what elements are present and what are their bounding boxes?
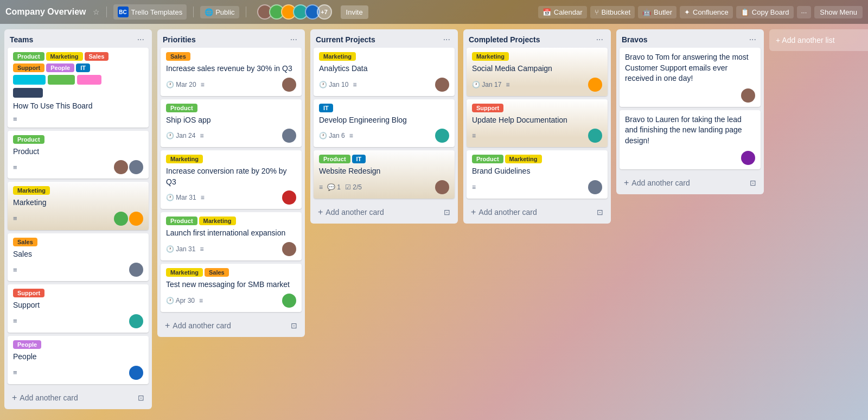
card-meta-left-cp1: 🕐 Jan 17 ≡	[472, 81, 509, 88]
card-completed-2[interactable]: Support Update Help Documentation ≡	[467, 99, 608, 148]
avatar-marketing2	[129, 212, 143, 226]
card-labels-product: Product	[13, 135, 143, 144]
card-title-cp3: Brand Guidelines	[472, 166, 602, 177]
label-it: IT	[76, 63, 90, 72]
board-title: Company Overview	[5, 7, 86, 17]
card-bravo-1[interactable]: Bravo to Tom for answering the most Cust…	[620, 48, 761, 107]
list-menu-bravos[interactable]: ···	[747, 34, 758, 46]
card-meta-p5: 🕐 Apr 30 ≡	[166, 294, 296, 308]
add-card-bravos[interactable]: + Add another card ⊡	[620, 175, 761, 191]
list-priorities: Priorities ··· Sales Increase sales reve…	[157, 29, 305, 337]
avatar-product1	[114, 160, 128, 174]
card-current-2[interactable]: IT Develop Engineering Blog 🕐 Jan 6 ≡	[314, 99, 455, 148]
card-avatars-marketing	[114, 212, 143, 226]
card-title-howtouse: How To Use This Board	[13, 101, 143, 112]
card-meta-left-p3: 🕐 Mar 31 ≡	[166, 194, 205, 201]
invite-button[interactable]: Invite	[341, 5, 368, 19]
avatar-p2	[282, 129, 296, 143]
calendar-tool[interactable]: 📅 Calendar	[538, 6, 587, 18]
date-p1: 🕐 Mar 20	[166, 81, 196, 88]
card-avatars-support	[129, 314, 143, 328]
list-body-priorities: Sales Increase sales revenue by 30% in Q…	[157, 48, 305, 315]
avatar-b2	[741, 151, 755, 165]
card-support[interactable]: Support Support ≡	[8, 284, 149, 333]
avatar-p4	[282, 242, 296, 256]
card-title-b2: Bravo to Lauren for taking the lead and …	[625, 114, 755, 147]
list-menu-teams[interactable]: ···	[135, 34, 146, 46]
star-icon[interactable]: ☆	[93, 8, 100, 16]
card-labels-c3: Product IT	[319, 155, 449, 163]
card-priority-1[interactable]: Sales Increase sales revenue by 30% in Q…	[161, 48, 302, 96]
workspace-badge[interactable]: BC Trello Templates	[113, 4, 187, 20]
label-cp3-product: Product	[472, 155, 503, 163]
plus-icon3: +	[318, 207, 323, 217]
show-menu-button[interactable]: Show Menu	[814, 6, 863, 18]
card-meta-cp1: 🕐 Jan 17 ≡	[472, 78, 602, 92]
add-list-button[interactable]: + Add another list	[769, 29, 868, 51]
card-meta-marketing: ≡	[13, 212, 143, 226]
add-card-priorities[interactable]: + Add another card ⊡	[161, 317, 302, 334]
bitbucket-tool[interactable]: ⑂ Bitbucket	[590, 6, 635, 18]
card-product[interactable]: Product Product ≡	[8, 131, 149, 179]
label-p4-marketing: Marketing	[199, 217, 236, 225]
card-bravo-2[interactable]: Bravo to Lauren for taking the lead and …	[620, 110, 761, 169]
list-body-completed: Marketing Social Media Campaign 🕐 Jan 17…	[463, 48, 611, 202]
label-c3-it: IT	[352, 155, 366, 163]
label-people: People	[46, 63, 74, 72]
list-menu-current[interactable]: ···	[441, 34, 452, 46]
list-body-current: Marketing Analytics Data 🕐 Jan 10 ≡ IT D…	[310, 48, 458, 202]
copy-board-tool[interactable]: 📋 Copy Board	[736, 6, 794, 18]
butler-tool[interactable]: 🤖 Butler	[638, 6, 676, 18]
header-divider3	[246, 7, 246, 17]
card-meta-p2: 🕐 Jan 24 ≡	[166, 129, 296, 143]
card-meta-cp2: ≡	[472, 129, 602, 143]
list-header-current: Current Projects ···	[310, 29, 458, 48]
card-labels-people: People	[13, 340, 143, 349]
card-labels-support: Support	[13, 289, 143, 297]
members-group: +7	[257, 4, 332, 20]
card-meta-c3: ≡ 💬 1 ☑ 2/5	[319, 180, 449, 194]
more-tools[interactable]: ···	[797, 6, 812, 18]
header-divider2	[193, 7, 194, 17]
card-title-sales: Sales	[13, 249, 143, 260]
desc-icon-people: ≡	[13, 368, 17, 377]
card-priority-2[interactable]: Product Ship iOS app 🕐 Jan 24 ≡	[161, 99, 302, 148]
card-sales[interactable]: Sales Sales ≡	[8, 233, 149, 282]
list-title-completed: Completed Projects	[469, 35, 540, 44]
card-completed-3[interactable]: Product Marketing Brand Guidelines ≡	[467, 150, 608, 199]
card-meta-people: ≡	[13, 366, 143, 380]
copy-icon: 📋	[741, 8, 749, 16]
card-current-1[interactable]: Marketing Analytics Data 🕐 Jan 10 ≡	[314, 48, 455, 96]
add-card-current[interactable]: + Add another card ⊡	[314, 204, 455, 220]
confluence-tool[interactable]: ✦ Confluence	[680, 6, 733, 18]
plus-icon5: +	[624, 178, 629, 188]
card-people[interactable]: People People ≡	[8, 336, 149, 384]
list-current: Current Projects ··· Marketing Analytics…	[310, 29, 458, 224]
list-menu-completed[interactable]: ···	[594, 34, 605, 46]
add-card-teams[interactable]: + Add another card ⊡	[8, 390, 149, 406]
avatar-marketing1	[114, 212, 128, 226]
header-divider	[106, 7, 107, 17]
template-icon3: ⊡	[444, 208, 450, 217]
desc-cp2: ≡	[472, 132, 476, 139]
desc-icon-support: ≡	[13, 317, 17, 325]
label-marketing: Marketing	[46, 52, 83, 61]
label-sales: Sales	[85, 52, 109, 61]
list-header-teams: Teams ···	[4, 29, 152, 48]
card-priority-3[interactable]: Marketing Increase conversion rate by 20…	[161, 150, 302, 209]
card-current-3[interactable]: Product IT Website Redesign ≡ 💬 1 ☑ 2/5	[314, 150, 455, 199]
label-p1-sales: Sales	[166, 52, 190, 61]
add-card-completed[interactable]: + Add another card ⊡	[467, 204, 608, 220]
visibility-badge[interactable]: 🌐 Public	[200, 6, 239, 18]
card-completed-1[interactable]: Marketing Social Media Campaign 🕐 Jan 17…	[467, 48, 608, 96]
card-priority-4[interactable]: Product Marketing Launch first internati…	[161, 212, 302, 260]
label-product2: Product	[13, 135, 44, 144]
card-marketing[interactable]: Marketing Marketing ≡	[8, 182, 149, 230]
card-meta-p1: 🕐 Mar 20 ≡	[166, 78, 296, 92]
card-priority-5[interactable]: Marketing Sales Test new messaging for S…	[161, 264, 302, 312]
card-teams-tags[interactable]: Product Marketing Sales Support People I…	[8, 48, 149, 128]
list-menu-priorities[interactable]: ···	[288, 34, 299, 46]
member-count[interactable]: +7	[317, 4, 332, 20]
calendar-icon: 📅	[542, 8, 551, 16]
card-labels-c1: Marketing	[319, 52, 449, 61]
